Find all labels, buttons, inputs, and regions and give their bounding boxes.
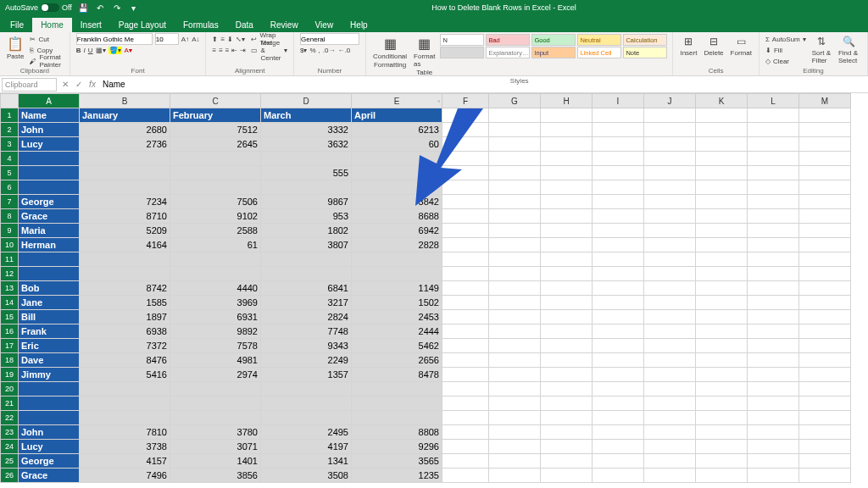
cell[interactable] (748, 411, 799, 425)
cell[interactable]: 7748 (261, 324, 352, 339)
cell[interactable] (261, 382, 352, 396)
cell[interactable]: 1502 (352, 296, 442, 310)
fill-color-button[interactable]: 🪣▾ (108, 47, 122, 54)
cell[interactable] (442, 152, 489, 166)
cell[interactable] (80, 152, 170, 166)
cell[interactable] (442, 267, 489, 281)
cell[interactable] (442, 454, 489, 469)
bold-button[interactable]: B (76, 47, 81, 54)
cell[interactable] (489, 310, 541, 324)
cell[interactable] (593, 281, 644, 296)
cell[interactable] (748, 209, 799, 224)
cell[interactable] (19, 411, 80, 425)
cell[interactable] (644, 195, 696, 209)
cell[interactable] (541, 209, 593, 224)
cell[interactable] (261, 267, 352, 281)
cell[interactable]: Bill (19, 310, 80, 324)
cell[interactable] (261, 252, 352, 267)
col-header-C[interactable]: C (170, 93, 261, 108)
cell[interactable]: 555 (261, 166, 352, 180)
cell[interactable] (799, 339, 851, 353)
cell[interactable] (489, 396, 541, 411)
cell[interactable]: 7234 (80, 195, 170, 209)
sort-filter-button[interactable]: ⇅Sort & Filter (810, 34, 833, 65)
cell[interactable] (748, 396, 799, 411)
cell[interactable] (644, 152, 696, 166)
cell[interactable]: 8710 (80, 209, 170, 224)
row-header[interactable]: 25 (0, 454, 19, 469)
cell[interactable] (644, 339, 696, 353)
cell[interactable] (442, 324, 489, 339)
cell[interactable] (442, 108, 489, 123)
cell[interactable] (696, 108, 748, 123)
cell[interactable]: February (170, 108, 261, 123)
row-header[interactable]: 17 (0, 339, 19, 353)
cell[interactable]: 2974 (170, 368, 261, 382)
row-header[interactable]: 12 (0, 267, 19, 281)
cell[interactable] (696, 425, 748, 440)
cell[interactable] (696, 353, 748, 368)
cell[interactable]: 4197 (261, 440, 352, 454)
cell[interactable] (748, 296, 799, 310)
cell[interactable] (593, 440, 644, 454)
cell[interactable] (541, 267, 593, 281)
cell[interactable] (593, 310, 644, 324)
cell[interactable]: 7506 (170, 195, 261, 209)
row-header[interactable]: 16 (0, 324, 19, 339)
cell[interactable] (799, 238, 851, 252)
grid[interactable]: NameJanuaryFebruaryMarchAprilJohn2680751… (19, 108, 868, 488)
col-header-G[interactable]: G (489, 93, 541, 108)
cell[interactable] (80, 267, 170, 281)
cell[interactable] (696, 267, 748, 281)
cell[interactable] (799, 396, 851, 411)
row-header[interactable]: 2 (0, 123, 19, 137)
cell[interactable] (170, 252, 261, 267)
tab-view[interactable]: View (307, 18, 342, 32)
cell[interactable] (489, 238, 541, 252)
cell[interactable] (593, 396, 644, 411)
currency-icon[interactable]: $▾ (300, 47, 307, 54)
cell[interactable]: John (19, 425, 80, 440)
cell[interactable] (541, 396, 593, 411)
col-header-F[interactable]: F (442, 93, 489, 108)
save-icon[interactable]: 💾 (77, 2, 89, 14)
cell[interactable] (593, 425, 644, 440)
cell[interactable] (352, 411, 442, 425)
cell[interactable]: 6213 (352, 123, 442, 137)
cell[interactable] (541, 180, 593, 195)
indent-dec-icon[interactable]: ⇤ (231, 47, 237, 54)
cut-button[interactable]: ✂Cut (29, 34, 64, 44)
cell[interactable]: 9296 (352, 440, 442, 454)
row-header[interactable]: 15 (0, 310, 19, 324)
cell[interactable] (442, 137, 489, 152)
cell[interactable] (489, 123, 541, 137)
cell[interactable] (696, 224, 748, 238)
cell[interactable]: 2495 (261, 425, 352, 440)
cell[interactable] (593, 411, 644, 425)
tab-home[interactable]: Home (32, 18, 72, 32)
cell[interactable] (489, 152, 541, 166)
cell[interactable] (593, 209, 644, 224)
cell[interactable]: 7496 (80, 469, 170, 483)
cell[interactable] (696, 209, 748, 224)
tab-page-layout[interactable]: Page Layout (110, 18, 175, 32)
fx-icon[interactable]: fx (86, 80, 99, 89)
style-cell[interactable]: Good (531, 34, 576, 46)
cell[interactable] (489, 108, 541, 123)
row-header[interactable]: 5 (0, 166, 19, 180)
cell[interactable] (696, 238, 748, 252)
cell[interactable]: 9892 (170, 324, 261, 339)
cell[interactable] (799, 281, 851, 296)
cell[interactable]: 6931 (170, 310, 261, 324)
cell[interactable] (799, 296, 851, 310)
cell[interactable] (442, 339, 489, 353)
cell[interactable]: 4981 (170, 353, 261, 368)
cell[interactable] (593, 180, 644, 195)
cell[interactable] (489, 296, 541, 310)
cell[interactable] (442, 396, 489, 411)
cell[interactable] (696, 296, 748, 310)
cell[interactable] (799, 454, 851, 469)
cell[interactable] (442, 252, 489, 267)
cell[interactable]: 2828 (352, 238, 442, 252)
border-button[interactable]: ▦▾ (96, 47, 106, 54)
